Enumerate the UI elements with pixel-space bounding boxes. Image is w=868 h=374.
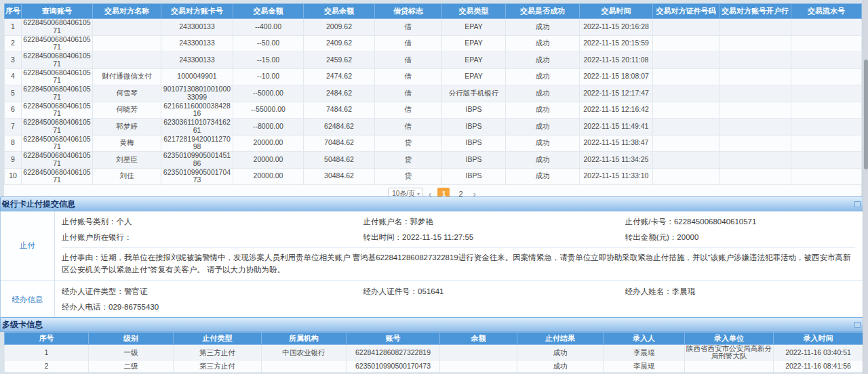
cell-account: 6228412860827322819 <box>347 345 440 360</box>
table-row[interactable]: 26228450068040610571243300133--50.002409… <box>5 35 862 52</box>
collapse-icon[interactable] <box>854 322 861 328</box>
cell-time: 2022-11-15 20:11:08 <box>580 52 653 69</box>
cell-serial <box>791 119 862 136</box>
collapse-icon[interactable] <box>854 201 861 207</box>
table-row[interactable]: 96228450068040610571刘星臣62350109905001451… <box>5 152 862 169</box>
cell-card: 6235010990500170473 <box>161 168 233 185</box>
stop-card-value: 6228450068040610571 <box>674 217 757 226</box>
cell-name <box>93 52 161 69</box>
cell-type: IBPS <box>442 168 506 185</box>
stop-payment-panel: 止付 止付账号类别：个人 止付账户名：郭梦艳 止付账/卡号：6228450068… <box>0 211 864 320</box>
cert-no-value: 051641 <box>418 287 443 295</box>
cell-type: EPAY <box>442 19 506 36</box>
stop-card-field: 止付账/卡号：6228450068040610571 <box>625 214 855 230</box>
cell-card: 6217281942001127098 <box>161 135 233 152</box>
cert-type-field: 经办人证件类型：警官证 <box>62 284 363 299</box>
stop-reason-field: 止付事由：近期，我单位在接报刘妮被骗警情中，发现涉案人员利用贵单位相关账户 曹鸿… <box>62 247 855 276</box>
cell-balance: 50484.62 <box>304 152 375 169</box>
acct-type-label: 止付账号类别： <box>62 217 117 226</box>
cell-type: IBPS <box>442 102 506 119</box>
cell-serial <box>791 35 862 52</box>
out-time-label: 转出时间： <box>363 233 403 241</box>
cell-serial <box>791 135 862 152</box>
cell-seq: 3 <box>5 52 22 69</box>
column-header: 查询账号 <box>22 4 93 19</box>
cell-time: 2022-11-15 12:17:47 <box>580 85 653 102</box>
cell-time: 2022-11-16 08:41:56 <box>774 360 863 373</box>
cell-account: 6228450068040610571 <box>22 35 93 52</box>
table-row[interactable]: 76228450068040610571郭梦婷62303611010734162… <box>5 119 862 136</box>
table-row[interactable]: 16228450068040610571243300133--400.00200… <box>5 19 862 36</box>
cell-level: 一级 <box>89 345 174 360</box>
cell-amount: --8000.00 <box>233 119 304 136</box>
acct-bank-label: 止付账户所在银行： <box>62 233 132 241</box>
scrollbar-thumb[interactable] <box>864 60 868 169</box>
cell-success: 成功 <box>506 135 580 152</box>
zhifu-fieldline-2: 止付账户所在银行： 转出时间：2022-11-15 11:27:55 转出金额(… <box>62 230 855 245</box>
cell-result: 成功 <box>517 360 604 373</box>
cell-cert <box>653 152 719 169</box>
cell-success: 成功 <box>506 35 580 52</box>
cell-cert <box>653 135 719 152</box>
column-header: 所属机构 <box>262 333 347 345</box>
multicard-section-header: 多级卡信息 <box>0 317 864 332</box>
cell-account: 6228450068040610571 <box>22 119 93 136</box>
cell-account: 6228450068040610571 <box>22 102 93 119</box>
column-header: 录入单位 <box>685 333 774 345</box>
cell-balance: 2474.62 <box>304 68 375 85</box>
cell-balance: 2484.62 <box>304 85 375 102</box>
transactions-table-body: 16228450068040610571243300133--400.00200… <box>5 19 862 185</box>
cert-no-label: 经办人证件号： <box>363 287 418 295</box>
table-row[interactable]: 1一级第三方止付中国农业银行6228412860827322819成功李晨琨陕西… <box>5 345 863 360</box>
cell-balance: 2009.62 <box>304 19 375 36</box>
table-row[interactable]: 36228450068040610571243300133--15.002459… <box>5 52 862 69</box>
cell-seq: 7 <box>5 119 22 136</box>
cell-bank <box>719 85 791 102</box>
out-time-value: 2022-11-15 11:27:55 <box>402 233 473 241</box>
zhifu-fieldline-1: 止付账号类别：个人 止付账户名：郭梦艳 止付账/卡号：6228450068040… <box>62 214 855 230</box>
cell-success: 成功 <box>506 119 580 136</box>
cell-cert <box>653 85 719 102</box>
cell-balance: 62484.62 <box>304 119 375 136</box>
cell-seq: 10 <box>5 168 22 185</box>
table-row[interactable]: 2二级第三方止付6235010990500170473成功李晨琨2022-11-… <box>5 360 863 373</box>
vertical-scrollbar[interactable] <box>863 0 868 374</box>
cell-type: IBPS <box>442 135 506 152</box>
cell-amount: --50.00 <box>233 35 304 52</box>
jingban-fieldline-2: 经办人电话：029-86755430 <box>62 299 855 315</box>
cell-seq: 1 <box>5 19 22 36</box>
cell-time: 2022-11-16 03:40:51 <box>774 345 863 360</box>
out-time-field: 转出时间：2022-11-15 11:27:55 <box>363 230 625 245</box>
column-header: 交易金额 <box>233 4 304 19</box>
table-row[interactable]: 56228450068040610571何雪琴90107130801001000… <box>5 85 862 102</box>
cell-amount: 20000.00 <box>233 152 304 169</box>
cell-card: 243300133 <box>161 52 233 69</box>
column-header: 止付类型 <box>174 333 262 345</box>
cell-flag: 借 <box>375 85 442 102</box>
cell-serial <box>791 68 862 85</box>
column-header: 级别 <box>89 333 174 345</box>
zhifu-row: 止付 止付账号类别：个人 止付账户名：郭梦艳 止付账/卡号：6228450068… <box>1 211 863 280</box>
cell-account: 6228450068040610571 <box>22 85 93 102</box>
table-row[interactable]: 106228450068040610571刘佳62350109905001704… <box>5 168 862 185</box>
out-amount-value: 20000 <box>677 233 698 241</box>
cell-level: 二级 <box>89 360 174 373</box>
cell-serial <box>791 168 862 185</box>
cell-time: 2022-11-15 20:15:59 <box>580 35 653 52</box>
column-header: 交易时间 <box>580 4 653 19</box>
column-header: 余额 <box>440 333 517 345</box>
cell-balance: 2409.62 <box>304 35 375 52</box>
cell-operator: 李晨琨 <box>604 360 685 373</box>
cell-result: 成功 <box>517 345 604 360</box>
table-row[interactable]: 46228450068040610571财付通微信支付1000049901--1… <box>5 68 862 85</box>
cell-card: 6235010990500145186 <box>161 152 233 169</box>
cell-time: 2022-11-15 12:16:42 <box>580 102 653 119</box>
cell-account: 6228450068040610571 <box>22 52 93 69</box>
table-row[interactable]: 66228450068040610571何晓芳62166116000038428… <box>5 102 862 119</box>
operator-phone-value: 029-86755430 <box>108 303 159 311</box>
table-row[interactable]: 86228450068040610571黄梅621728194200112709… <box>5 135 862 152</box>
cell-type: IBPS <box>442 152 506 169</box>
cert-type-label: 经办人证件类型： <box>62 287 124 295</box>
cell-account: 6228450068040610571 <box>22 19 93 36</box>
cell-card: 243300133 <box>161 35 233 52</box>
